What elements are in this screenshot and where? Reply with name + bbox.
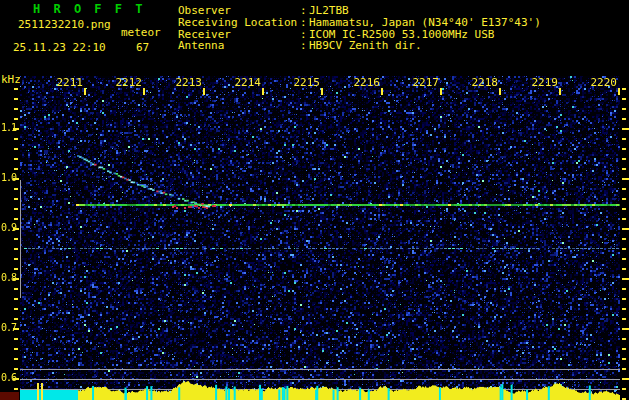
freq-minor-tick xyxy=(14,108,18,110)
freq-minor-tick-right xyxy=(622,118,626,120)
freq-minor-tick-right xyxy=(622,88,626,90)
freq-minor-tick xyxy=(14,198,18,200)
freq-minor-tick-right xyxy=(622,218,626,220)
app-title: H R O F F T xyxy=(33,2,145,16)
freq-minor-tick xyxy=(14,118,18,120)
time-tick-label: 2218 xyxy=(470,77,498,88)
freq-minor-tick-right xyxy=(622,238,626,240)
freq-major-tick-right xyxy=(622,278,629,280)
freq-minor-tick xyxy=(14,238,18,240)
freq-minor-tick-right xyxy=(622,348,626,350)
freq-minor-tick xyxy=(14,288,18,290)
time-tick xyxy=(499,88,501,95)
freq-minor-tick-right xyxy=(622,308,626,310)
freq-minor-tick xyxy=(14,298,18,300)
freq-minor-tick-right xyxy=(622,268,626,270)
freq-minor-tick xyxy=(14,368,18,370)
freq-minor-tick xyxy=(14,168,18,170)
time-tick xyxy=(262,88,264,95)
time-tick-label: 2213 xyxy=(174,77,202,88)
location-value: Hamamatsu, Japan (N34°40' E137°43') xyxy=(309,17,541,29)
info-row-antenna: Antenna:HB9CV Zenith dir. xyxy=(178,40,541,52)
freq-major-tick-right xyxy=(622,328,629,330)
colon: : xyxy=(300,40,309,52)
time-tick-label: 2212 xyxy=(114,77,142,88)
freq-minor-tick-right xyxy=(622,288,626,290)
freq-minor-tick-right xyxy=(622,188,626,190)
freq-minor-tick-right xyxy=(622,108,626,110)
freq-minor-tick xyxy=(14,258,18,260)
freq-tick-label: 0.9 xyxy=(0,223,16,233)
freq-minor-tick-right xyxy=(622,318,626,320)
freq-minor-tick xyxy=(14,318,18,320)
colon: : xyxy=(300,17,309,29)
time-tick xyxy=(440,88,442,95)
freq-minor-tick-right xyxy=(622,148,626,150)
freq-minor-tick-right xyxy=(622,208,626,210)
output-filename: 2511232210.png xyxy=(18,18,111,31)
freq-minor-tick xyxy=(14,268,18,270)
observation-mode: meteor xyxy=(121,26,161,39)
antenna-label: Antenna xyxy=(178,40,300,52)
freq-minor-tick xyxy=(14,208,18,210)
freq-major-tick-right xyxy=(622,228,629,230)
time-tick-label: 2220 xyxy=(589,77,617,88)
freq-major-tick-right xyxy=(622,378,629,380)
freq-tick-label: 0.7 xyxy=(0,323,16,333)
freq-tick-label: 1.0 xyxy=(0,173,16,183)
echo-count: 67 xyxy=(136,41,149,54)
time-tick xyxy=(203,88,205,95)
freq-minor-tick-right xyxy=(622,168,626,170)
freq-minor-tick xyxy=(14,348,18,350)
freq-minor-tick xyxy=(14,388,18,390)
time-tick-label: 2216 xyxy=(352,77,380,88)
time-tick xyxy=(559,88,561,95)
freq-minor-tick-right xyxy=(622,248,626,250)
observation-datetime: 25.11.23 22:10 xyxy=(13,41,106,54)
time-tick xyxy=(143,88,145,95)
freq-minor-tick xyxy=(14,248,18,250)
freq-minor-tick xyxy=(14,88,18,90)
freq-minor-tick-right xyxy=(622,158,626,160)
freq-minor-tick xyxy=(14,148,18,150)
time-tick-label: 2214 xyxy=(233,77,261,88)
freq-minor-tick xyxy=(14,98,18,100)
info-row-location: Receiving Location:Hamamatsu, Japan (N34… xyxy=(178,17,541,29)
freq-minor-tick xyxy=(14,138,18,140)
freq-axis-unit-label: kHz xyxy=(1,73,21,86)
time-tick-label: 2211 xyxy=(55,77,83,88)
freq-minor-tick-right xyxy=(622,98,626,100)
freq-minor-tick xyxy=(14,188,18,190)
time-tick xyxy=(321,88,323,95)
hrofft-screenshot: { "header": { "title": "H R O F F T", "f… xyxy=(0,0,629,400)
freq-minor-tick-right xyxy=(622,358,626,360)
freq-major-tick-right xyxy=(622,128,629,130)
freq-minor-tick-right xyxy=(622,368,626,370)
freq-minor-tick xyxy=(14,158,18,160)
time-tick xyxy=(84,88,86,95)
time-tick-label: 2215 xyxy=(292,77,320,88)
time-tick xyxy=(618,88,620,95)
freq-minor-tick xyxy=(14,308,18,310)
freq-minor-tick xyxy=(14,358,18,360)
freq-minor-tick xyxy=(14,218,18,220)
freq-tick-label: 1.1 xyxy=(0,123,16,133)
freq-minor-tick xyxy=(14,338,18,340)
freq-minor-tick-right xyxy=(622,338,626,340)
freq-tick-label: 0.8 xyxy=(0,273,16,283)
location-label: Receiving Location xyxy=(178,17,300,29)
spectrogram-canvas xyxy=(20,76,620,400)
freq-minor-tick-right xyxy=(622,388,626,390)
freq-minor-tick-right xyxy=(622,258,626,260)
time-tick-label: 2219 xyxy=(530,77,558,88)
freq-minor-tick-right xyxy=(622,298,626,300)
status-corner-block xyxy=(0,392,19,400)
freq-tick-label: 0.6 xyxy=(0,373,16,383)
freq-minor-tick-right xyxy=(622,138,626,140)
time-tick xyxy=(381,88,383,95)
freq-major-tick-right xyxy=(622,178,629,180)
time-tick-label: 2217 xyxy=(411,77,439,88)
station-info: Observer:JL2TBB Receiving Location:Hamam… xyxy=(178,5,541,52)
freq-minor-tick-right xyxy=(622,198,626,200)
antenna-value: HB9CV Zenith dir. xyxy=(309,40,422,52)
